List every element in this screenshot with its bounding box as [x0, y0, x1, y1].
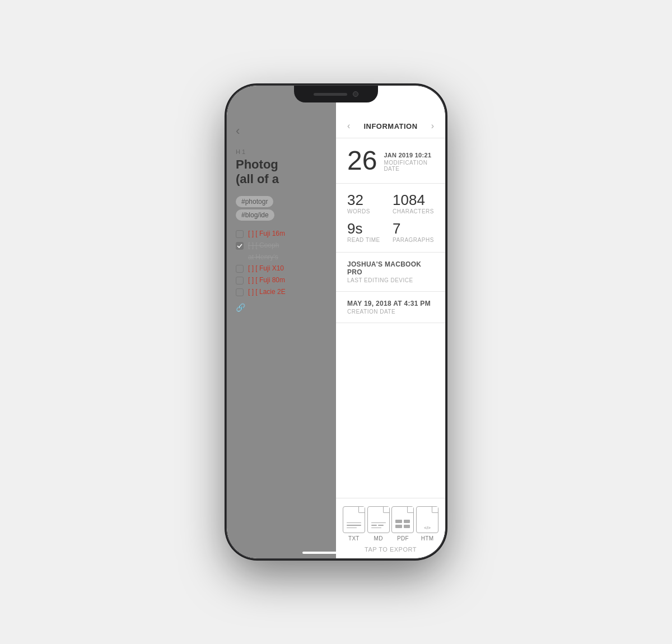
- md-file-icon: [367, 506, 390, 533]
- checkbox-4[interactable]: [236, 277, 244, 284]
- checkbox-3[interactable]: [236, 265, 244, 273]
- creation-section: MAY 19, 2018 AT 4:31 PM CREATION DATE: [336, 292, 445, 323]
- tag-pill-1[interactable]: #photogr: [236, 196, 273, 207]
- list-item[interactable]: [ ] [ Fuji X10: [236, 264, 327, 273]
- left-panel: ‹ H 1 Photog (all of a #photogr #blog/id…: [227, 86, 336, 558]
- list-item: at Henry's: [236, 253, 327, 261]
- device-name: JOSHUA'S MACBOOK PRO: [347, 260, 434, 276]
- camera: [353, 91, 358, 97]
- heading-line1: Photog: [236, 157, 278, 171]
- stat-characters: 1084 CHARACTERS: [393, 193, 434, 214]
- list-item-text-1: [ ] [ Fuji 16m: [248, 230, 285, 237]
- modification-date-section: 26 JAN 2019 10:21 MODIFICATION DATE: [336, 138, 445, 184]
- md-label: MD: [374, 535, 383, 542]
- list-item[interactable]: [ ] [ Cooph: [236, 241, 327, 250]
- export-html[interactable]: </> HTM: [416, 506, 438, 542]
- right-panel: ‹ INFORMATION › 26 JAN 2019 10:21 MODIFI…: [336, 86, 445, 558]
- chevron-right-icon[interactable]: ›: [431, 121, 434, 131]
- heading-line2: (all of a: [236, 172, 279, 186]
- stats-section: 32 WORDS 1084 CHARACTERS 9s READ TIME: [336, 184, 445, 253]
- stat-paragraphs: 7 PARAGRAPHS: [393, 221, 434, 243]
- html-icon-content: </>: [424, 525, 431, 530]
- list-item-text-3: [ ] [ Fuji X10: [248, 264, 284, 272]
- export-md[interactable]: MD: [367, 506, 390, 542]
- txt-file-icon: [343, 506, 365, 533]
- export-txt[interactable]: TXT: [343, 506, 365, 542]
- checkbox-2[interactable]: [236, 242, 244, 250]
- device-label: LAST EDITING DEVICE: [347, 277, 434, 283]
- heading-text: Photog (all of a: [236, 157, 327, 187]
- home-indicator[interactable]: [302, 552, 370, 554]
- creation-label: CREATION DATE: [347, 309, 434, 315]
- stat-words-label: WORDS: [347, 208, 386, 214]
- list-item[interactable]: [ ] [ Fuji 80m: [236, 276, 327, 284]
- screen-content: ‹ H 1 Photog (all of a #photogr #blog/id…: [227, 86, 445, 558]
- export-section: TXT: [336, 498, 445, 558]
- phone-screen: ‹ H 1 Photog (all of a #photogr #blog/id…: [227, 86, 445, 558]
- modification-date-label: MODIFICATION DATE: [384, 160, 434, 172]
- tag-pill-2[interactable]: #blog/ide: [236, 209, 274, 221]
- pdf-label: PDF: [397, 535, 409, 542]
- phone-notch: [294, 86, 378, 102]
- list-item-text-2: [ ] [ Cooph: [248, 241, 279, 249]
- document-heading: H 1 Photog (all of a: [227, 148, 336, 192]
- stats-grid: 32 WORDS 1084 CHARACTERS 9s READ TIME: [347, 193, 434, 243]
- chevron-left-icon[interactable]: ‹: [347, 121, 350, 131]
- list-item-subtext: at Henry's: [236, 253, 278, 261]
- link-icon[interactable]: 🔗: [227, 301, 336, 314]
- stat-read-time-label: READ TIME: [347, 237, 386, 243]
- left-nav: ‹: [227, 119, 336, 143]
- stat-characters-value: 1084: [393, 193, 434, 207]
- list-item[interactable]: [ ] [ Fuji 16m: [236, 230, 327, 238]
- stat-paragraphs-value: 7: [393, 221, 434, 236]
- back-icon[interactable]: ‹: [236, 124, 240, 138]
- export-pdf[interactable]: PDF: [391, 506, 414, 542]
- stat-words-value: 32: [347, 193, 386, 207]
- checklist: [ ] [ Fuji 16m [ ] [ Cooph at Henry's [ …: [227, 225, 336, 301]
- html-label: HTM: [421, 535, 434, 542]
- stat-read-time-value: 9s: [347, 221, 386, 236]
- device-section: JOSHUA'S MACBOOK PRO LAST EDITING DEVICE: [336, 253, 445, 292]
- creation-date: MAY 19, 2018 AT 4:31 PM: [347, 300, 434, 307]
- date-month-year: JAN 2019 10:21: [384, 152, 434, 158]
- stat-words: 32 WORDS: [347, 193, 386, 214]
- list-item-text-4: [ ] [ Fuji 80m: [248, 276, 285, 284]
- phone-frame: ‹ H 1 Photog (all of a #photogr #blog/id…: [227, 86, 445, 558]
- list-item[interactable]: [ ] [ Lacie 2E: [236, 288, 327, 296]
- speaker: [314, 93, 347, 96]
- stat-read-time: 9s READ TIME: [347, 221, 386, 243]
- checkbox-1[interactable]: [236, 230, 244, 238]
- html-file-icon: </>: [416, 506, 438, 533]
- tag-pills-container: #photogr #blog/ide: [227, 192, 336, 225]
- heading-tag: H 1: [236, 148, 327, 155]
- date-number: 26: [347, 147, 377, 174]
- stat-paragraphs-label: PARAGRAPHS: [393, 237, 434, 243]
- checkbox-5[interactable]: [236, 288, 244, 296]
- list-item-text-5: [ ] [ Lacie 2E: [248, 288, 286, 296]
- txt-label: TXT: [348, 535, 360, 542]
- info-title: INFORMATION: [363, 122, 417, 130]
- pdf-file-icon: [391, 506, 414, 533]
- stat-characters-label: CHARACTERS: [393, 208, 434, 214]
- info-header: ‹ INFORMATION ›: [336, 116, 445, 138]
- export-icons-row: TXT: [342, 506, 440, 542]
